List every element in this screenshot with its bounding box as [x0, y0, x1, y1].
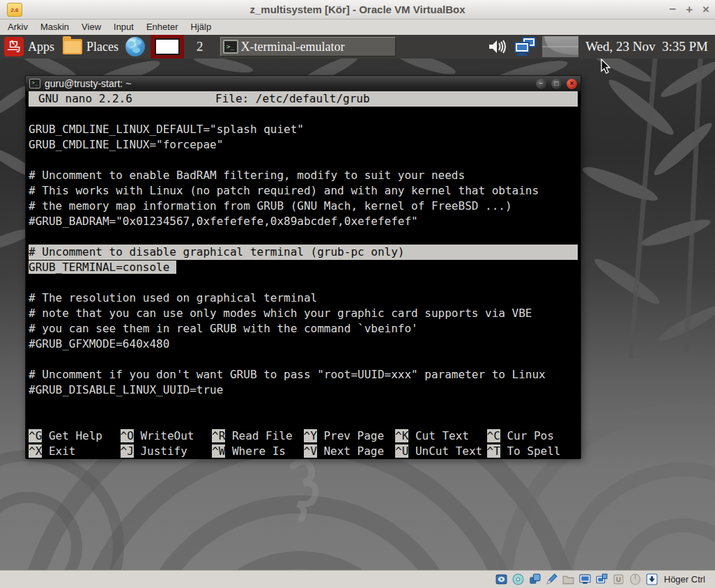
- network-icon[interactable]: [529, 573, 541, 585]
- terminal-line: [29, 413, 581, 428]
- shortcut-label: Next Page: [317, 444, 384, 458]
- nano-shortcut-cur-pos: ^C Cur Pos: [487, 428, 579, 444]
- shortcut-key: ^R: [212, 429, 225, 442]
- shortcut-label: To Spell: [500, 444, 561, 458]
- hostkey-indicator-icon[interactable]: [646, 573, 658, 585]
- menu-item-hjlp[interactable]: Hjälp: [185, 20, 218, 35]
- nano-shortcut-justify: ^J Justify: [121, 444, 213, 459]
- desktop-background: >_ guru@trusty-start: ~ − □ × GNU nano 2…: [0, 59, 715, 570]
- close-button[interactable]: ×: [702, 0, 709, 20]
- terminal-window-title: guru@trusty-start: ~: [45, 78, 536, 89]
- shortcut-key: ^V: [304, 444, 317, 458]
- menu-item-arkiv[interactable]: Arkiv: [1, 20, 34, 35]
- mouse-integration-icon[interactable]: [629, 573, 641, 585]
- shortcut-label: Prev Page: [317, 429, 384, 442]
- terminal-icon: >_: [223, 40, 238, 54]
- optical-disc-icon[interactable]: [512, 573, 524, 585]
- shortcut-key: ^K: [395, 429, 408, 442]
- workspace-number: 2: [197, 39, 203, 54]
- nano-shortcut-get-help: ^G Get Help: [29, 428, 121, 444]
- terminal-window: >_ guru@trusty-start: ~ − □ × GNU nano 2…: [25, 75, 581, 458]
- terminal-line: [29, 153, 581, 168]
- terminal-line: # you can see them in real GRUB with the…: [29, 321, 581, 336]
- terminal-line: # Uncomment if you don't want GRUB to pa…: [29, 367, 581, 382]
- volume-icon[interactable]: [488, 38, 509, 55]
- shortcut-label: UnCut Text: [408, 444, 482, 458]
- terminal-maximize-button[interactable]: □: [551, 79, 562, 89]
- shortcut-label: Exit: [42, 444, 75, 458]
- apps-menu-icon[interactable]: 鸟: [4, 37, 24, 56]
- terminal-line: GRUB_CMDLINE_LINUX_DEFAULT="splash quiet…: [29, 122, 581, 137]
- shortcut-label: Cut Text: [408, 429, 469, 442]
- harddisk-icon[interactable]: [495, 573, 507, 585]
- vbox-titlebar: 2.6 z_multisystem [Kör] - Oracle VM Virt…: [0, 0, 715, 20]
- nano-shortcut-where-is: ^W Where Is: [212, 444, 304, 459]
- shortcut-key: ^U: [395, 444, 408, 458]
- panel-clock[interactable]: Wed, 23 Nov 3:35 PM: [585, 39, 708, 54]
- menu-item-maskin[interactable]: Maskin: [34, 20, 75, 35]
- nano-shortcut-next-page: ^V Next Page: [304, 444, 396, 459]
- shortcut-key: ^O: [121, 429, 134, 442]
- terminal-line: [29, 398, 581, 413]
- terminal-line: # Uncomment to enable BadRAM filtering, …: [29, 168, 581, 183]
- window-title: z_multisystem [Kör] - Oracle VM VirtualB…: [0, 3, 715, 15]
- terminal-line: GRUB_CMDLINE_LINUX="forcepae": [29, 137, 581, 153]
- terminal-minimize-button[interactable]: −: [536, 79, 546, 89]
- shortcut-key: ^X: [29, 444, 42, 458]
- nano-shortcut-prev-page: ^Y Prev Page: [304, 428, 396, 444]
- pen-icon[interactable]: [546, 573, 558, 585]
- nano-shortcut-uncut-text: ^U UnCut Text: [395, 444, 487, 459]
- shortcut-label: Where Is: [225, 444, 286, 458]
- usb-icon[interactable]: [613, 573, 624, 585]
- browser-launcher-icon[interactable]: [125, 37, 145, 56]
- shortcut-key: ^G: [29, 429, 42, 442]
- apps-menu[interactable]: Apps: [28, 40, 54, 54]
- terminal-titlebar[interactable]: >_ guru@trusty-start: ~ − □ ×: [26, 76, 581, 91]
- shortcut-key: ^Y: [304, 429, 317, 442]
- menu-item-input[interactable]: Input: [107, 20, 140, 35]
- terminal-line: #GRUB_DISABLE_LINUX_UUID=true: [29, 382, 581, 398]
- terminal-line: #GRUB_BADRAM="0x01234567,0xfefefefe,0x89…: [29, 214, 581, 229]
- workspace-pager[interactable]: [151, 35, 184, 59]
- display-icon[interactable]: [579, 573, 591, 585]
- vbox-statusbar: Höger Ctrl: [0, 570, 715, 588]
- shortcut-label: WriteOut: [134, 429, 194, 442]
- terminal-line: [29, 229, 581, 245]
- terminal-line: # This works with Linux (no patch requir…: [29, 183, 581, 199]
- terminal-line: # the memory map information from GRUB (…: [29, 199, 581, 214]
- menu-item-enheter[interactable]: Enheter: [140, 20, 185, 35]
- shared-folder-icon[interactable]: [562, 573, 574, 585]
- terminal-close-button[interactable]: ×: [567, 79, 577, 89]
- terminal-line: # Uncomment to disable graphical termina…: [29, 245, 578, 260]
- cpu-load-monitor[interactable]: [542, 36, 578, 57]
- terminal-line: GRUB_TERMINAL=console: [29, 260, 581, 275]
- nano-shortcut-exit: ^X Exit: [29, 444, 121, 459]
- taskbar-button-terminal[interactable]: >_ X-terminal-emulator: [220, 37, 396, 56]
- terminal-window-icon: >_: [29, 79, 40, 88]
- menu-item-view[interactable]: View: [75, 20, 107, 35]
- nano-filename: File: /etc/default/grub: [215, 91, 370, 107]
- desktop-panel: 鸟 Apps Places 2 >_ X-terminal-emulator: [0, 35, 715, 59]
- nano-shortcut-read-file: ^R Read File: [212, 428, 304, 444]
- nano-shortcut-cut-text: ^K Cut Text: [395, 428, 487, 444]
- nano-shortcut-to-spell: ^T To Spell: [487, 444, 579, 459]
- maximize-button[interactable]: +: [686, 0, 693, 20]
- minimize-button[interactable]: −: [669, 0, 676, 20]
- nano-shortcut-bar: ^G Get Help^O WriteOut^R Read File^Y Pre…: [29, 428, 581, 459]
- terminal-line: # note that you can use only modes which…: [29, 306, 581, 321]
- display-settings-icon[interactable]: [513, 36, 538, 57]
- shortcut-label: Justify: [134, 444, 187, 458]
- terminal-line: [29, 352, 581, 367]
- shortcut-label: Read File: [225, 429, 292, 442]
- nano-editor[interactable]: GNU nano 2.2.6 File: /etc/default/grub G…: [26, 91, 581, 459]
- virtual-screens-icon[interactable]: [596, 573, 608, 585]
- taskbar-button-label: X-terminal-emulator: [241, 40, 345, 54]
- places-folder-icon[interactable]: [63, 39, 82, 54]
- places-menu[interactable]: Places: [86, 40, 118, 54]
- shortcut-key: ^W: [212, 444, 225, 458]
- terminal-line: [29, 107, 581, 122]
- terminal-line: #GRUB_GFXMODE=640x480: [29, 336, 581, 352]
- shortcut-key: ^J: [121, 444, 134, 458]
- hostkey-label: Höger Ctrl: [664, 574, 705, 585]
- active-workspace[interactable]: [155, 38, 180, 55]
